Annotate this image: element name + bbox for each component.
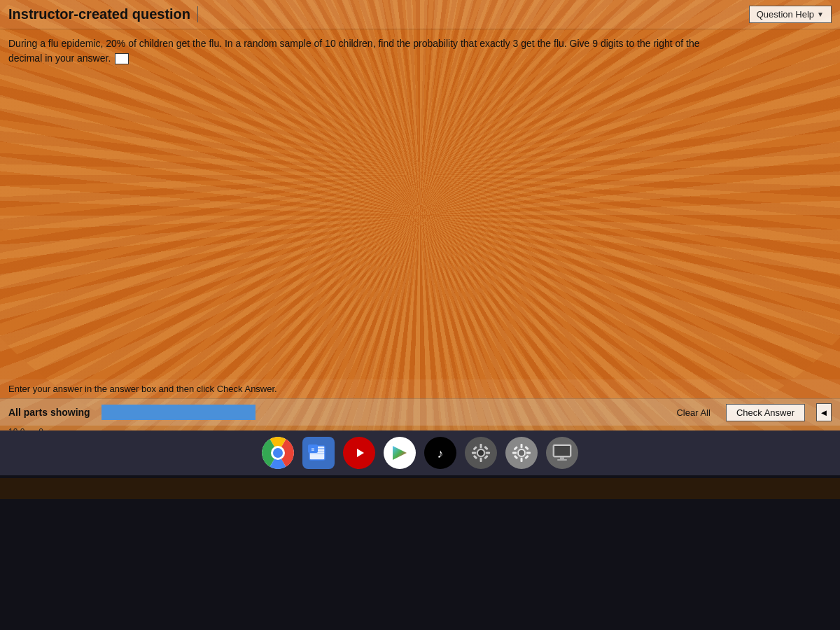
question-help-label: Question Help (757, 9, 814, 20)
taskbar: ≡ ♪ (0, 430, 840, 475)
chrome-svg (262, 437, 294, 469)
strip-left: 19 0 (8, 427, 24, 430)
gear-icon-2[interactable] (505, 437, 538, 469)
inline-answer-box[interactable] (115, 53, 129, 64)
instruction-text: Enter your answer in the answer box and … (8, 384, 277, 394)
tiktok-icon[interactable]: ♪ (424, 437, 456, 469)
svg-rect-33 (557, 459, 567, 461)
svg-point-19 (478, 450, 484, 456)
question-area: Instructor-created question Question Hel… (0, 0, 840, 430)
question-text: During a flu epidemic, 20% of children g… (8, 38, 700, 49)
answer-input-bar[interactable] (102, 405, 255, 420)
svg-rect-11 (480, 444, 482, 448)
svg-rect-22 (521, 458, 523, 462)
svg-rect-18 (473, 455, 477, 459)
svg-rect-31 (554, 446, 570, 456)
svg-rect-21 (521, 444, 523, 448)
files-icon[interactable]: ≡ (302, 437, 335, 469)
bottom-area (0, 475, 840, 630)
all-parts-label: All parts showing (8, 407, 90, 418)
svg-rect-12 (480, 458, 482, 462)
numbers-strip: 19 0 0 — — — (0, 426, 840, 430)
monitor-icon[interactable] (546, 437, 578, 469)
svg-point-2 (273, 448, 283, 458)
strip-middle: 0 (38, 427, 43, 430)
play-store-svg (390, 443, 410, 463)
action-bar: All parts showing Clear All Check Answer… (0, 398, 840, 426)
clear-all-button[interactable]: Clear All (672, 406, 714, 419)
question-body: During a flu epidemic, 20% of children g… (0, 29, 826, 71)
gear-svg-1 (470, 442, 491, 463)
svg-rect-16 (484, 446, 488, 450)
play-store-icon[interactable] (384, 437, 416, 469)
gear-icon-1[interactable] (465, 437, 497, 469)
svg-rect-13 (472, 452, 476, 454)
strip-dash2: — (80, 427, 88, 430)
instruction-bar: Enter your answer in the answer box and … (0, 379, 840, 398)
svg-text:≡: ≡ (312, 447, 315, 453)
title-section: Instructor-created question (8, 6, 198, 22)
youtube-icon[interactable] (343, 437, 375, 469)
files-svg: ≡ (308, 442, 329, 463)
svg-point-29 (519, 450, 524, 456)
dark-strip (0, 478, 840, 499)
svg-rect-25 (513, 446, 517, 450)
chrome-icon[interactable] (262, 437, 294, 469)
question-text-line2: decimal in your answer. (8, 52, 111, 64)
svg-rect-24 (526, 452, 531, 454)
strip-right: — (57, 427, 66, 430)
monitor-svg (552, 443, 573, 463)
page-title: Instructor-created question (8, 6, 198, 22)
strip-dash3: — (102, 427, 111, 430)
question-workspace (0, 71, 840, 379)
back-icon: ◄ (820, 407, 829, 418)
back-button[interactable]: ◄ (816, 403, 832, 421)
svg-rect-15 (472, 446, 477, 450)
svg-rect-23 (512, 452, 517, 454)
svg-rect-32 (560, 457, 564, 459)
svg-marker-8 (393, 446, 407, 460)
tiktok-svg: ♪ (430, 443, 450, 463)
gear-svg-2 (511, 442, 532, 463)
chevron-down-icon: ▼ (817, 10, 824, 18)
youtube-svg (349, 446, 369, 460)
svg-text:♪: ♪ (438, 447, 444, 461)
svg-rect-14 (486, 452, 490, 454)
check-answer-button[interactable]: Check Answer (726, 404, 805, 421)
svg-rect-26 (524, 446, 528, 450)
header-bar: Instructor-created question Question Hel… (0, 0, 840, 29)
question-help-button[interactable]: Question Help ▼ (749, 6, 832, 23)
svg-rect-28 (514, 455, 518, 459)
